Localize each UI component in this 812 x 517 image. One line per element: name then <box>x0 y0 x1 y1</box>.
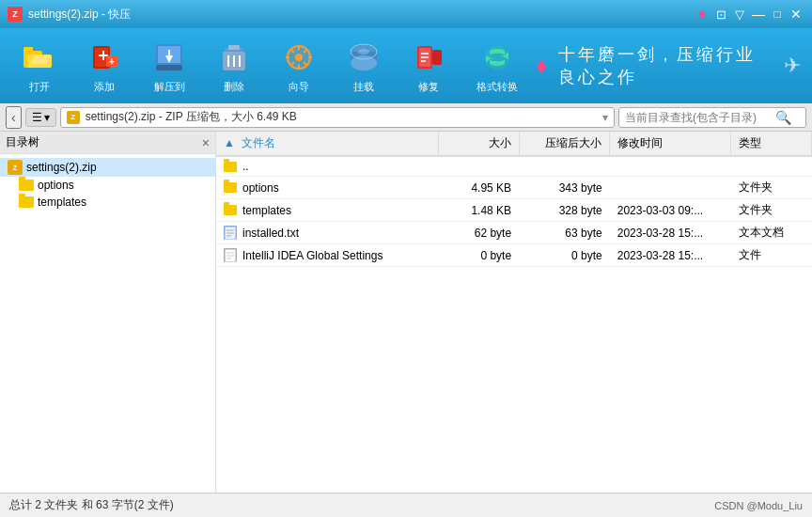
back-button[interactable]: ‹ <box>6 106 22 129</box>
tree-item-label: settings(2).zip <box>26 161 97 174</box>
wizard-button[interactable]: 向导 <box>269 32 329 100</box>
app-icon: Z <box>8 7 23 22</box>
file-type: 文件夹 <box>731 199 812 222</box>
directory-tree-panel: 目录树 × Z settings(2).zip options template… <box>0 132 216 493</box>
delete-icon <box>215 39 253 76</box>
table-row[interactable]: options 4.95 KB 343 byte 文件夹 <box>216 177 812 199</box>
tree-item-options[interactable]: options <box>0 177 215 194</box>
svg-rect-18 <box>228 45 240 50</box>
col-size[interactable]: 大小 <box>438 132 519 156</box>
tree-item-root[interactable]: Z settings(2).zip <box>0 158 215 177</box>
list-icon: ☰ <box>32 111 42 124</box>
mount-label: 挂载 <box>353 80 374 94</box>
main-area: 目录树 × Z settings(2).zip options template… <box>0 132 812 493</box>
add-icon: + <box>86 39 123 76</box>
paper-plane-icon: ✈ <box>784 54 803 78</box>
tree-content: Z settings(2).zip options templates <box>0 154 215 493</box>
extract-label: 解压到 <box>154 80 185 94</box>
tree-item-label: options <box>38 179 74 192</box>
col-name[interactable]: ▲ 文件名 <box>216 132 438 156</box>
file-modified <box>610 177 731 199</box>
tree-header: 目录树 × <box>0 132 215 154</box>
folder-icon <box>224 205 237 215</box>
file-size: 1.48 KB <box>438 199 519 222</box>
file-name-cell: .. <box>216 156 438 177</box>
table-row[interactable]: installed.txt 62 byte 63 byte 2023-03-28… <box>216 222 812 244</box>
file-type: 文本文档 <box>731 222 812 244</box>
file-name: IntelliJ IDEA Global Settings <box>242 249 383 262</box>
tree-title: 目录树 <box>6 134 39 150</box>
toolbar-slogan: ♦ 十年磨一剑，压缩行业良心之作 ✈ <box>536 43 803 88</box>
search-input[interactable] <box>625 111 775 124</box>
navbar: ‹ ☰ ▾ Z settings(2).zip - ZIP 压缩包，大小 6.4… <box>0 103 812 132</box>
table-row[interactable]: templates 1.48 KB 328 byte 2023-03-03 09… <box>216 199 812 222</box>
path-bar[interactable]: Z settings(2).zip - ZIP 压缩包，大小 6.49 KB ▾ <box>60 107 615 128</box>
file-compressed: 63 byte <box>519 222 610 244</box>
close-button[interactable]: ✕ <box>788 6 804 23</box>
tree-item-label: templates <box>38 196 86 209</box>
search-bar[interactable]: 🔍 <box>618 107 806 128</box>
svg-rect-4 <box>95 48 108 67</box>
statusbar: 总计 2 文件夹 和 63 字节(2 文件) CSDN @Modu_Liu <box>0 493 812 517</box>
file-name-cell: installed.txt <box>216 222 438 244</box>
file-name-cell: options <box>216 177 438 199</box>
tree-item-templates[interactable]: templates <box>0 194 215 211</box>
table-row[interactable]: IntelliJ IDEA Global Settings 0 byte 0 b… <box>216 244 812 267</box>
branding-text: CSDN @Modu_Liu <box>714 500 803 511</box>
table-row[interactable]: .. <box>216 156 812 177</box>
file-name: templates <box>242 204 291 217</box>
file-table: ▲ 文件名 大小 压缩后大小 修改时间 类型 <box>216 132 812 267</box>
file-compressed <box>519 156 610 177</box>
dropdown-icon: ▾ <box>44 111 50 124</box>
file-compressed: 343 byte <box>519 177 610 199</box>
file-size: 4.95 KB <box>438 177 519 199</box>
extract-button[interactable]: 解压到 <box>139 32 199 100</box>
file-type: 文件夹 <box>731 177 812 199</box>
delete-button[interactable]: 删除 <box>204 32 264 100</box>
col-type[interactable]: 类型 <box>731 132 812 156</box>
col-compressed[interactable]: 压缩后大小 <box>519 132 610 156</box>
format-button[interactable]: 格式转换 <box>463 32 531 100</box>
file-size: 62 byte <box>438 222 519 244</box>
mount-button[interactable]: 挂载 <box>334 32 394 100</box>
path-dropdown-icon: ▾ <box>602 111 608 124</box>
svg-point-21 <box>295 54 303 61</box>
status-info: 总计 2 文件夹 和 63 字节(2 文件) <box>9 497 174 513</box>
window-title: settings(2).zip - 快压 <box>28 7 131 23</box>
col-modified[interactable]: 修改时间 <box>610 132 731 156</box>
repair-label: 修复 <box>418 80 439 94</box>
wizard-label: 向导 <box>289 80 309 94</box>
logo-diamond-icon: ♦ <box>694 6 710 23</box>
extract-icon <box>150 39 188 76</box>
minimize-button[interactable]: ― <box>750 6 767 23</box>
restore-icon[interactable]: ⊡ <box>712 6 729 23</box>
logo-icon: ♦ <box>536 53 549 79</box>
add-label: 添加 <box>94 80 115 94</box>
list-view-button[interactable]: ☰ ▾ <box>25 108 56 127</box>
repair-button[interactable]: 修复 <box>398 32 459 100</box>
maximize-button[interactable]: □ <box>769 6 786 23</box>
file-compressed: 328 byte <box>519 199 610 222</box>
zip-icon: Z <box>8 160 23 175</box>
txt-file-icon <box>224 226 237 240</box>
zip-file-icon: Z <box>67 111 80 124</box>
pin-icon[interactable]: ▽ <box>731 6 748 23</box>
add-button[interactable]: + 添加 <box>74 32 134 100</box>
open-button[interactable]: 打开 <box>9 32 70 100</box>
file-modified: 2023-03-03 09:... <box>610 199 731 222</box>
file-size: 0 byte <box>438 244 519 267</box>
toolbar: 打开 + 添加 解压到 <box>0 28 812 103</box>
file-name: .. <box>242 160 249 173</box>
file-name: installed.txt <box>242 227 299 240</box>
tree-close-button[interactable]: × <box>202 136 210 149</box>
delete-label: 删除 <box>224 80 244 94</box>
file-modified: 2023-03-28 15:... <box>610 244 731 267</box>
open-icon <box>21 39 58 76</box>
mount-icon <box>345 39 383 76</box>
svg-rect-11 <box>156 65 182 70</box>
svg-rect-29 <box>432 50 442 65</box>
folder-icon <box>19 180 34 191</box>
svg-point-26 <box>358 49 369 55</box>
folder-icon <box>19 196 34 208</box>
file-name-cell: IntelliJ IDEA Global Settings <box>216 244 438 267</box>
